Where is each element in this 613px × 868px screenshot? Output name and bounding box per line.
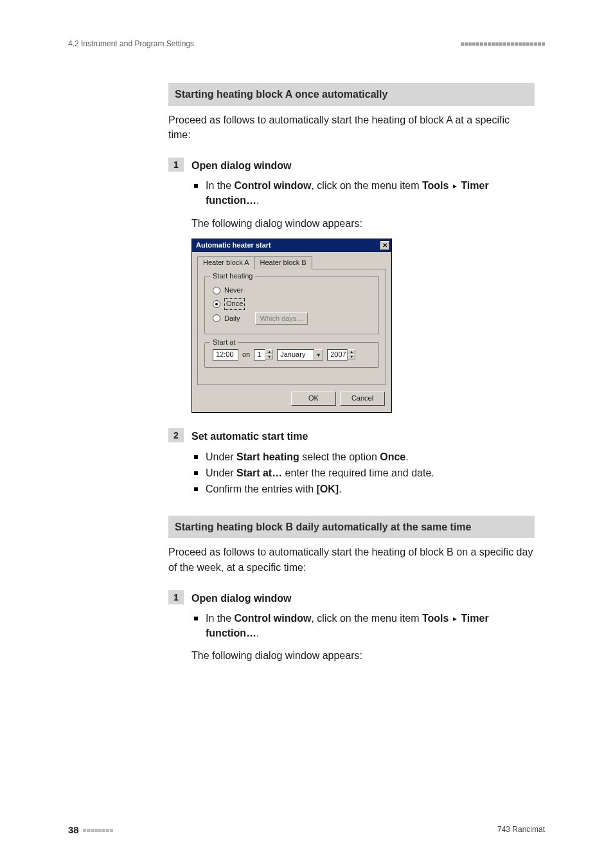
dialog-titlebar: Automatic heater start ✕	[192, 239, 391, 252]
radio-daily-label: Daily	[224, 314, 240, 324]
which-days-button[interactable]: Which days…	[255, 312, 308, 325]
section-label: 4.2 Instrument and Program Settings	[68, 39, 194, 50]
radio-icon[interactable]	[213, 287, 220, 294]
step-title: Open dialog window	[191, 158, 292, 173]
step-1b-bullets: In the Control window, click on the menu…	[191, 611, 535, 640]
step-1a-bullets: In the Control window, click on the menu…	[191, 178, 535, 208]
step-number: 1	[168, 590, 184, 604]
group-start-heating: Start heating Never Once D	[204, 276, 379, 335]
spinner-icon[interactable]: ▲▼	[348, 349, 355, 361]
intro-block-a: Proceed as follows to automatically star…	[168, 113, 535, 142]
step-1a-header: 1 Open dialog window	[168, 158, 535, 173]
radio-never-row[interactable]: Never	[213, 285, 372, 296]
cancel-button[interactable]: Cancel	[340, 392, 385, 406]
tab-panel: Start heating Never Once D	[197, 269, 386, 386]
step-2a-bullet-3: Confirm the entries with [OK].	[191, 482, 535, 496]
time-input[interactable]: 12:00	[213, 349, 238, 361]
spinner-icon[interactable]: ▲▼	[265, 349, 273, 361]
menu-separator-icon: ▸	[452, 181, 458, 190]
radio-never-label: Never	[224, 285, 243, 296]
dialog-body: Heater block A Heater block B Start heat…	[192, 252, 391, 413]
step-1b-header: 1 Open dialog window	[168, 590, 535, 606]
radio-daily-row[interactable]: Daily Which days…	[213, 312, 372, 325]
dialog-screenshot: Automatic heater start ✕ Heater block A …	[191, 239, 392, 413]
month-combo[interactable]: January ▼	[277, 349, 323, 361]
page-header: 4.2 Instrument and Program Settings	[68, 39, 545, 50]
step-1a-body: In the Control window, click on the menu…	[191, 178, 535, 413]
step-1b-bullet: In the Control window, click on the menu…	[191, 611, 535, 640]
group-label: Start heating	[210, 271, 255, 282]
menu-separator-icon: ▸	[452, 614, 458, 623]
chevron-down-icon[interactable]: ▼	[314, 349, 323, 361]
group-start-at: Start at 12:00 on 1 ▲▼ January	[204, 342, 379, 368]
main-content: Starting heating block A once automatica…	[168, 83, 535, 663]
ok-button[interactable]: OK	[291, 392, 336, 406]
step-1a-bullet: In the Control window, click on the menu…	[191, 178, 535, 208]
heading-block-a: Starting heating block A once automatica…	[168, 83, 535, 105]
step-2a-bullets: Under Start heating select the option On…	[191, 449, 535, 497]
step-2a-bullet-2: Under Start at… enter the required time …	[191, 466, 535, 480]
step-1b-body: In the Control window, click on the menu…	[191, 611, 535, 664]
start-at-fields: 12:00 on 1 ▲▼ January ▼	[213, 349, 372, 361]
step-title: Set automatic start time	[191, 428, 308, 444]
step-1a-after: The following dialog window appears:	[191, 216, 535, 231]
tab-heater-block-a[interactable]: Heater block A	[197, 256, 255, 269]
step-1b-after: The following dialog window appears:	[191, 648, 535, 663]
tab-strip: Heater block A Heater block B	[197, 256, 386, 269]
close-icon[interactable]: ✕	[380, 241, 389, 250]
automatic-heater-start-dialog: Automatic heater start ✕ Heater block A …	[191, 239, 392, 413]
header-ornament	[461, 42, 545, 46]
step-2a-bullet-1: Under Start heating select the option On…	[191, 449, 535, 464]
year-spinner[interactable]: 2007 ▲▼	[327, 349, 355, 361]
dialog-button-row: OK Cancel	[197, 392, 386, 406]
on-label: on	[242, 350, 250, 360]
radio-once-row[interactable]: Once	[213, 298, 372, 310]
step-number: 1	[168, 158, 184, 172]
intro-block-b: Proceed as follows to automatically star…	[168, 545, 535, 574]
group-label: Start at	[210, 338, 238, 348]
footer-ornament	[83, 829, 113, 832]
radio-icon[interactable]	[213, 314, 220, 322]
step-2a-body: Under Start heating select the option On…	[191, 449, 535, 497]
document-name: 743 Rancimat	[497, 824, 545, 835]
page-number: 38	[68, 823, 113, 837]
step-2a-header: 2 Set automatic start time	[168, 428, 535, 444]
month-input[interactable]: January	[277, 349, 314, 361]
radio-once-label: Once	[224, 298, 245, 310]
day-spinner[interactable]: 1 ▲▼	[254, 349, 273, 361]
page-footer: 38 743 Rancimat	[68, 823, 545, 837]
year-input[interactable]: 2007	[327, 349, 348, 361]
day-input[interactable]: 1	[254, 349, 265, 361]
step-title: Open dialog window	[191, 590, 292, 606]
heading-block-b: Starting heating block B daily automatic…	[168, 516, 535, 538]
tab-heater-block-b[interactable]: Heater block B	[254, 256, 312, 269]
radio-icon[interactable]	[213, 300, 220, 308]
step-number: 2	[168, 428, 184, 442]
dialog-title-text: Automatic heater start	[196, 240, 271, 251]
